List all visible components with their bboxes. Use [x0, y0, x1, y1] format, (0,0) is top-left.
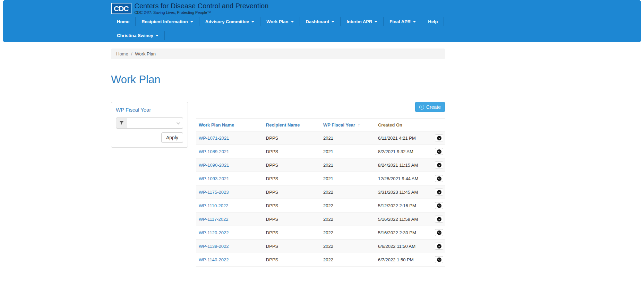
page-title: Work Plan	[111, 73, 445, 86]
chevron-down-circle-icon	[437, 149, 441, 154]
work-plan-link[interactable]: WP-1090-2021	[199, 163, 229, 168]
created-on-cell: 5/12/2022 2:16 PM	[375, 199, 428, 212]
page-container: Home / Work Plan Work Plan WP Fiscal Yea…	[111, 49, 445, 267]
nav-item-label: Work Plan	[266, 19, 288, 24]
fiscal-year-cell: 2021	[320, 145, 375, 158]
filter-panel: WP Fiscal Year Apply	[111, 102, 188, 148]
table-body: WP-1071-2021 DPPS 2021 6/11/2021 4:21 PM	[196, 131, 445, 267]
chevron-down-circle-icon	[437, 163, 441, 167]
column-header[interactable]: Recipient Name	[263, 119, 320, 131]
fiscal-year-cell: 2022	[320, 212, 375, 226]
created-on-cell: 5/16/2022 11:58 AM	[375, 212, 428, 226]
actions-cell	[428, 226, 445, 240]
work-plan-link[interactable]: WP-1089-2021	[199, 149, 229, 154]
row-actions-button[interactable]	[435, 189, 443, 195]
fiscal-year-cell: 2021	[320, 131, 375, 145]
work-plan-name-cell: WP-1093-2021	[196, 172, 263, 185]
work-plan-link[interactable]: WP-1138-2022	[199, 244, 229, 249]
column-header[interactable]: WP Fiscal Year ↑	[320, 119, 375, 131]
nav-item-label: Interim APR	[346, 19, 372, 24]
breadcrumb-current: Work Plan	[135, 51, 156, 56]
actions-cell	[428, 145, 445, 158]
row-actions-button[interactable]	[435, 229, 443, 236]
work-plan-name-cell: WP-1090-2021	[196, 158, 263, 172]
user-menu[interactable]: Christina Swiney	[111, 31, 165, 40]
table-row: WP-1120-2022 DPPS 2022 5/16/2022 2:30 PM	[196, 226, 445, 240]
apply-button[interactable]: Apply	[161, 132, 183, 143]
row-actions-button[interactable]	[435, 256, 443, 263]
nav-item-label: Home	[117, 19, 129, 24]
column-header[interactable]: Work Plan Name	[196, 119, 263, 131]
column-header-label: Recipient Name	[266, 122, 300, 128]
row-actions-button[interactable]	[435, 175, 443, 182]
nav-item[interactable]: Dashboard	[300, 17, 341, 26]
chevron-down-circle-icon	[437, 244, 441, 249]
chevron-down-circle-icon	[437, 203, 441, 208]
created-on-cell: 3/31/2023 11:45 AM	[375, 185, 428, 199]
work-plan-link[interactable]: WP-1140-2022	[199, 257, 229, 262]
column-header[interactable]: Created On	[375, 119, 428, 131]
nav-item[interactable]: Help	[422, 17, 444, 26]
nav-item[interactable]: Home	[111, 17, 136, 26]
column-header[interactable]	[428, 119, 445, 131]
row-actions-button[interactable]	[435, 243, 443, 250]
fiscal-year-select[interactable]	[127, 117, 183, 129]
recipient-cell: DPPS	[263, 199, 320, 212]
created-on-cell: 8/2/2021 9:32 AM	[375, 145, 428, 158]
sort-ascending-icon: ↑	[358, 122, 360, 128]
recipient-cell: DPPS	[263, 145, 320, 158]
org-name: Centers for Disease Control and Preventi…	[135, 2, 269, 10]
row-actions-button[interactable]	[435, 216, 443, 223]
nav-item[interactable]: Work Plan	[260, 17, 300, 26]
filter-button[interactable]	[116, 117, 127, 129]
nav-item[interactable]: Recipient Information	[136, 17, 199, 26]
row-actions-button[interactable]	[435, 134, 443, 141]
work-plan-name-cell: WP-1175-2023	[196, 185, 263, 199]
recipient-cell: DPPS	[263, 185, 320, 199]
chevron-down-icon	[413, 21, 416, 23]
created-on-cell: 5/16/2022 2:30 PM	[375, 226, 428, 240]
cdc-brand[interactable]: CDC Centers for Disease Control and Prev…	[111, 1, 641, 15]
work-plan-name-cell: WP-1140-2022	[196, 253, 263, 267]
actions-cell	[428, 212, 445, 226]
nav-item-label: Advisory Committee	[205, 19, 249, 24]
nav-item-label: Dashboard	[306, 19, 329, 24]
work-plan-link[interactable]: WP-1120-2022	[199, 230, 229, 235]
table-row: WP-1071-2021 DPPS 2021 6/11/2021 4:21 PM	[196, 131, 445, 145]
breadcrumb: Home / Work Plan	[111, 49, 445, 59]
actions-cell	[428, 172, 445, 185]
chevron-down-circle-icon	[437, 136, 441, 140]
work-plan-link[interactable]: WP-1093-2021	[199, 176, 229, 181]
created-on-cell: 12/28/2021 9:44 AM	[375, 172, 428, 185]
toolbar: Create	[196, 102, 445, 112]
work-plan-link[interactable]: WP-1110-2022	[199, 203, 229, 208]
work-plan-name-cell: WP-1110-2022	[196, 199, 263, 212]
cdc-logo[interactable]: CDC	[111, 3, 131, 14]
row-actions-button[interactable]	[435, 148, 443, 155]
user-menu-label: Christina Swiney	[117, 33, 153, 38]
created-on-cell: 6/11/2021 4:21 PM	[375, 131, 428, 145]
row-actions-button[interactable]	[435, 162, 443, 168]
chevron-down-circle-icon	[437, 230, 441, 235]
recipient-cell: DPPS	[263, 226, 320, 240]
create-button[interactable]: Create	[415, 102, 445, 112]
nav-item[interactable]: Advisory Committee	[199, 17, 260, 26]
fiscal-year-cell: 2021	[320, 172, 375, 185]
work-plan-link[interactable]: WP-1117-2022	[199, 217, 229, 222]
row-actions-button[interactable]	[435, 202, 443, 209]
chevron-down-circle-icon	[437, 176, 441, 181]
work-plan-link[interactable]: WP-1071-2021	[199, 136, 229, 141]
table-row: WP-1093-2021 DPPS 2021 12/28/2021 9:44 A…	[196, 172, 445, 185]
nav-item[interactable]: Final APR	[384, 17, 422, 26]
table-row: WP-1175-2023 DPPS 2022 3/31/2023 11:45 A…	[196, 185, 445, 199]
table-row: WP-1090-2021 DPPS 2021 8/24/2021 11:15 A…	[196, 158, 445, 172]
table-row: WP-1138-2022 DPPS 2022 6/6/2022 11:50 AM	[196, 240, 445, 253]
primary-nav: Home Recipient Information Advisory Comm…	[111, 17, 641, 26]
created-on-cell: 8/24/2021 11:15 AM	[375, 158, 428, 172]
work-plan-link[interactable]: WP-1175-2023	[199, 190, 229, 195]
work-plan-name-cell: WP-1117-2022	[196, 212, 263, 226]
nav-item[interactable]: Interim APR	[341, 17, 384, 26]
breadcrumb-home[interactable]: Home	[116, 51, 128, 56]
actions-cell	[428, 158, 445, 172]
plus-circle-icon	[419, 105, 424, 110]
